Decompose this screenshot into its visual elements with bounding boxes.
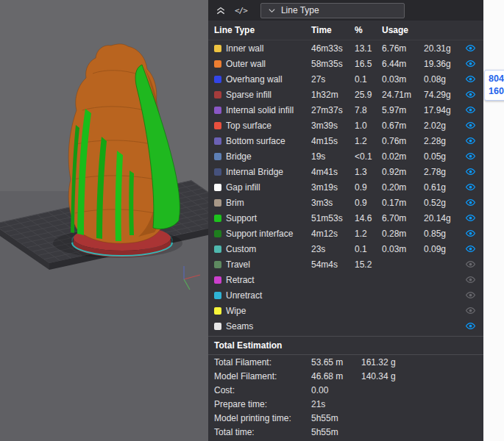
visibility-eye-icon[interactable] bbox=[465, 290, 476, 301]
visibility-eye-icon[interactable] bbox=[465, 320, 476, 331]
line-type-percent: 1.3 bbox=[355, 167, 382, 177]
line-type-table-body: Inner wall46m33s13.16.76m20.31gOuter wal… bbox=[208, 40, 483, 334]
total-row-value-2: 140.34 g bbox=[361, 371, 478, 381]
visibility-eye-icon[interactable] bbox=[465, 166, 476, 177]
line-type-row[interactable]: Bridge19s<0.10.02m0.05g bbox=[208, 148, 483, 164]
line-type-percent: 15.2 bbox=[355, 259, 382, 270]
line-type-time: 3m3s bbox=[311, 198, 355, 208]
line-type-length: 24.71m bbox=[382, 90, 424, 100]
line-type-row[interactable]: Bottom surface4m15s1.20.76m2.28g bbox=[208, 133, 483, 148]
line-type-time: 58m35s bbox=[311, 59, 355, 69]
visibility-eye-icon[interactable] bbox=[465, 212, 476, 223]
line-type-row[interactable]: Outer wall58m35s16.56.44m19.36g bbox=[208, 56, 483, 71]
line-type-row[interactable]: Support51m53s14.66.70m20.14g bbox=[208, 210, 483, 226]
line-type-label: Custom bbox=[226, 244, 311, 254]
line-type-label: Support interface bbox=[226, 229, 311, 239]
line-type-time: 4m12s bbox=[311, 229, 355, 239]
gcode-viewer-icon[interactable]: </> bbox=[235, 6, 247, 15]
line-type-percent: 0.9 bbox=[355, 198, 382, 208]
line-type-label: Outer wall bbox=[226, 59, 311, 69]
line-type-percent: 7.8 bbox=[355, 105, 382, 115]
line-type-percent: 13.1 bbox=[355, 43, 382, 54]
view-type-selected-value: Line Type bbox=[281, 5, 319, 15]
filament-stats-tooltip: 804 160.8 bbox=[484, 70, 504, 101]
visibility-eye-icon[interactable] bbox=[465, 43, 476, 54]
line-type-row[interactable]: Internal solid infill27m37s7.85.97m17.94… bbox=[208, 102, 483, 118]
line-type-time: 54m4s bbox=[311, 259, 355, 270]
viewport-3d[interactable] bbox=[0, 0, 208, 441]
line-type-weight: 2.02g bbox=[424, 121, 465, 131]
line-type-time: 27s bbox=[311, 74, 355, 85]
line-type-percent: 14.6 bbox=[355, 213, 382, 223]
line-type-row[interactable]: Travel54m4s15.2 bbox=[208, 257, 483, 272]
visibility-eye-icon[interactable] bbox=[465, 243, 476, 254]
visibility-eye-icon[interactable] bbox=[465, 104, 476, 115]
app-window: </> Line Type Line Type Time % Usage Inn… bbox=[0, 0, 504, 441]
line-type-color-swatch bbox=[214, 45, 221, 52]
line-type-label: Overhang wall bbox=[226, 74, 311, 85]
total-estimation-row: Model printing time:5h55m bbox=[208, 411, 483, 425]
line-type-row[interactable]: Custom23s0.10.03m0.09g bbox=[208, 241, 483, 257]
tooltip-line-1: 804 bbox=[489, 73, 504, 85]
total-estimation-body: Total Filament:53.65 m161.32 gModel Fila… bbox=[208, 355, 483, 439]
line-type-color-swatch bbox=[214, 122, 221, 129]
line-type-length: 6.76m bbox=[382, 43, 424, 54]
view-type-dropdown[interactable]: Line Type bbox=[260, 3, 405, 18]
line-type-row[interactable]: Brim3m3s0.90.17m0.52g bbox=[208, 195, 483, 210]
line-type-row[interactable]: Support interface4m12s1.20.28m0.85g bbox=[208, 226, 483, 241]
total-estimation-row: Total Filament:53.65 m161.32 g bbox=[208, 355, 483, 369]
total-row-label: Total Filament: bbox=[214, 357, 311, 368]
line-type-weight: 0.09g bbox=[424, 244, 465, 254]
visibility-eye-icon[interactable] bbox=[465, 274, 476, 285]
line-type-label: Bridge bbox=[226, 151, 311, 162]
total-row-value: 5h55m bbox=[311, 413, 361, 423]
total-row-label: Cost: bbox=[214, 385, 311, 395]
line-type-row[interactable]: Unretract bbox=[208, 287, 483, 303]
visibility-eye-icon[interactable] bbox=[465, 89, 476, 100]
line-type-row[interactable]: Retract bbox=[208, 272, 483, 287]
line-type-time: 4m41s bbox=[311, 167, 355, 177]
line-type-time: 23s bbox=[311, 244, 355, 254]
line-type-color-swatch bbox=[214, 292, 221, 299]
line-type-label: Top surface bbox=[226, 121, 311, 131]
total-row-label: Model printing time: bbox=[214, 413, 311, 423]
line-type-length: 5.97m bbox=[382, 105, 424, 115]
line-type-row[interactable]: Internal Bridge4m41s1.30.92m2.78g bbox=[208, 164, 483, 179]
visibility-eye-icon[interactable] bbox=[465, 228, 476, 239]
line-type-length: 0.17m bbox=[382, 198, 424, 208]
line-type-row[interactable]: Gap infill3m19s0.90.20m0.61g bbox=[208, 179, 483, 195]
total-row-label: Total time: bbox=[214, 427, 311, 437]
line-type-length: 0.02m bbox=[382, 151, 424, 162]
tooltip-line-2: 160.8 bbox=[489, 85, 504, 98]
total-row-value: 53.65 m bbox=[311, 357, 361, 368]
line-type-row[interactable]: Top surface3m39s1.00.67m2.02g bbox=[208, 118, 483, 133]
preview-panel: </> Line Type Line Type Time % Usage Inn… bbox=[208, 0, 483, 441]
panel-toolbar: </> Line Type bbox=[208, 0, 483, 21]
line-type-weight: 20.31g bbox=[424, 43, 465, 54]
line-type-color-swatch bbox=[214, 184, 221, 191]
line-type-time: 3m39s bbox=[311, 121, 355, 131]
line-type-length: 0.76m bbox=[382, 136, 424, 146]
visibility-eye-icon[interactable] bbox=[465, 182, 476, 193]
line-type-color-swatch bbox=[214, 215, 221, 222]
visibility-eye-icon[interactable] bbox=[465, 120, 476, 131]
line-type-color-swatch bbox=[214, 276, 221, 284]
line-type-row[interactable]: Overhang wall27s0.10.03m0.08g bbox=[208, 71, 483, 87]
line-type-length: 0.92m bbox=[382, 167, 424, 177]
visibility-eye-icon[interactable] bbox=[465, 58, 476, 69]
visibility-eye-icon[interactable] bbox=[465, 74, 476, 85]
line-type-length: 6.70m bbox=[382, 213, 424, 223]
line-type-label: Internal Bridge bbox=[226, 167, 311, 177]
line-type-color-swatch bbox=[214, 107, 221, 114]
line-type-row[interactable]: Sparse infill1h32m25.924.71m74.29g bbox=[208, 87, 483, 102]
visibility-eye-icon[interactable] bbox=[465, 135, 476, 146]
line-type-row[interactable]: Wipe bbox=[208, 303, 483, 318]
line-type-row[interactable]: Inner wall46m33s13.16.76m20.31g bbox=[208, 40, 483, 56]
line-type-row[interactable]: Seams bbox=[208, 318, 483, 334]
visibility-eye-icon[interactable] bbox=[465, 197, 476, 208]
visibility-eye-icon[interactable] bbox=[465, 259, 476, 270]
visibility-eye-icon[interactable] bbox=[465, 305, 476, 316]
collapse-panel-icon[interactable] bbox=[216, 5, 226, 15]
visibility-eye-icon[interactable] bbox=[465, 151, 476, 162]
line-type-time: 3m19s bbox=[311, 182, 355, 193]
